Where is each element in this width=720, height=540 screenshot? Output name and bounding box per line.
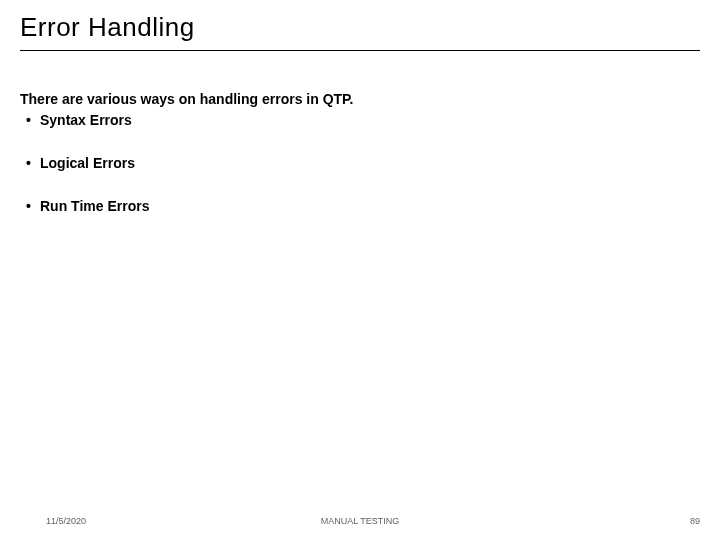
bullet-dot-icon: • — [26, 197, 40, 216]
bullet-dot-icon: • — [26, 154, 40, 173]
bullet-label: Syntax Errors — [40, 112, 132, 128]
bullet-label: Logical Errors — [40, 155, 135, 171]
slide-body: There are various ways on handling error… — [20, 90, 700, 216]
bullet-item: •Logical Errors — [26, 154, 700, 173]
bullet-label: Run Time Errors — [40, 198, 149, 214]
bullet-item: •Syntax Errors — [26, 111, 700, 130]
bullet-item: •Run Time Errors — [26, 197, 700, 216]
bullet-dot-icon: • — [26, 111, 40, 130]
title-underline — [20, 50, 700, 51]
slide-footer: 11/5/2020 MANUAL TESTING 89 — [0, 512, 720, 526]
footer-page-number: 89 — [690, 516, 700, 526]
footer-center: MANUAL TESTING — [0, 516, 720, 526]
slide-title: Error Handling — [20, 12, 195, 43]
intro-text: There are various ways on handling error… — [20, 90, 700, 109]
